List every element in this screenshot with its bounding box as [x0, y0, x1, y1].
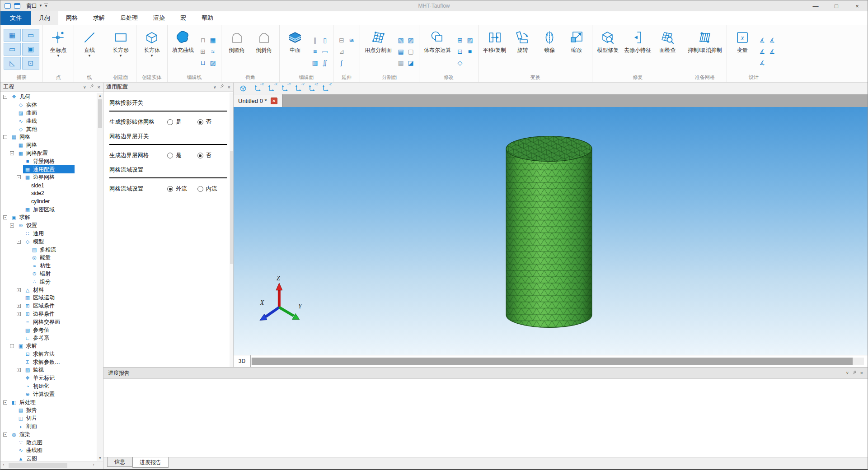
radio-option[interactable]: 是 — [167, 152, 197, 159]
chamfer-button[interactable]: 倒斜角 — [252, 28, 276, 55]
midsurface-button[interactable]: 中面 — [283, 28, 307, 55]
snap-center-toggle[interactable]: ⊡ — [22, 57, 39, 70]
panel-close-icon[interactable]: × — [860, 370, 863, 376]
edit-line-tool-icon[interactable]: ▦ — [210, 37, 216, 43]
split-face-tool-icon[interactable]: ▤ — [398, 48, 404, 55]
tree-item[interactable]: ◎能量 — [0, 254, 103, 262]
toolbar-overflow-icon[interactable]: ▼ — [44, 4, 48, 8]
tree-item[interactable]: ◇实体 — [0, 101, 103, 109]
tree-item[interactable]: -◧后处理 — [0, 398, 103, 406]
split-face-tool-icon[interactable]: ◪ — [408, 60, 413, 66]
split-face-tool-icon[interactable]: ▦ — [398, 60, 404, 66]
tree-item[interactable]: ◇其他 — [0, 125, 103, 133]
edit-face-tool-icon[interactable]: ▭ — [322, 48, 328, 55]
snap-endpoint-toggle[interactable]: ▭ — [22, 29, 39, 42]
view-minus-z-button[interactable]: -Z — [322, 85, 328, 92]
menu-macro[interactable]: 宏 — [173, 11, 194, 25]
box-button[interactable]: 长方体 ▼ — [140, 28, 164, 58]
fill-curve-button[interactable]: 填充曲线 — [171, 28, 195, 55]
tree-item[interactable]: ◗剖面 — [0, 423, 103, 431]
scrollbar-thumb[interactable] — [98, 99, 102, 128]
collapse-toggle-icon[interactable]: - — [3, 95, 7, 99]
radio-option[interactable]: 内流 — [197, 185, 228, 193]
menu-solve[interactable]: 求解 — [85, 11, 113, 25]
tree-horizontal-scrollbar[interactable]: ‹ › — [0, 461, 103, 469]
panel-close-icon[interactable]: × — [98, 84, 100, 90]
viewport-canvas[interactable]: Z X Y — [234, 107, 868, 355]
tree-item[interactable]: ▤多相流 — [0, 246, 103, 254]
face-check-button[interactable]: 面检查 — [655, 28, 680, 55]
edit-face-tool-icon[interactable]: ∬ — [322, 60, 327, 66]
radio-button[interactable] — [197, 119, 203, 125]
config-scrollbar[interactable] — [230, 93, 233, 367]
model-repair-button[interactable]: 模型修复 — [596, 28, 620, 55]
extend-tool-icon[interactable]: ≋ — [349, 37, 354, 43]
collapse-toggle-icon[interactable]: - — [3, 215, 7, 219]
tree-vertical-scrollbar[interactable]: ▲ ▼ — [97, 93, 103, 461]
tree-item[interactable]: -▣求解 — [0, 214, 103, 222]
tree-item[interactable]: +⊞区域条件 — [0, 302, 103, 310]
window-menu[interactable]: 窗口 ▼ ▼ — [26, 2, 48, 10]
boolean-operation-button[interactable]: 体布尔运算 — [422, 28, 452, 55]
panel-collapse-icon[interactable]: ∨ — [213, 85, 216, 89]
modify-tool-icon[interactable]: ⊡ — [457, 48, 463, 55]
close-button[interactable]: × — [847, 0, 868, 11]
pin-icon[interactable] — [853, 371, 857, 376]
edit-line-tool-icon[interactable]: ⊞ — [200, 48, 206, 55]
tree-item[interactable]: ▤报告 — [0, 406, 103, 414]
collapse-toggle-icon[interactable]: - — [10, 151, 14, 155]
snap-arc-toggle[interactable]: ◺ — [4, 57, 21, 70]
measure-tool-icon[interactable]: ∡ — [759, 60, 765, 66]
tree-item[interactable]: ⊡求解方法 — [0, 350, 103, 358]
split-face-tool-icon[interactable]: ▧ — [398, 37, 404, 43]
coordinate-point-button[interactable]: 坐标点 ▼ — [46, 28, 70, 58]
modify-tool-icon[interactable]: ▨ — [467, 37, 473, 43]
edit-face-tool-icon[interactable]: ▯ — [323, 37, 327, 43]
modify-tool-icon[interactable]: ⊞ — [457, 37, 463, 43]
pin-icon[interactable] — [90, 84, 94, 89]
edit-line-tool-icon[interactable]: ⊓ — [201, 37, 206, 43]
tree-item[interactable]: ▦通用配置 — [0, 165, 103, 173]
tree-item[interactable]: cylinder — [0, 197, 103, 205]
tree-item[interactable]: -◍渲染 — [0, 430, 103, 438]
fillet-button[interactable]: 倒圆角 — [225, 28, 249, 55]
view-plus-x-button[interactable]: +X — [254, 85, 261, 92]
collapse-toggle-icon[interactable]: - — [10, 223, 14, 228]
translate-copy-button[interactable]: 平移/复制 — [482, 28, 507, 55]
panel-collapse-icon[interactable]: ∨ — [83, 85, 86, 89]
isometric-view-button[interactable] — [239, 84, 247, 93]
tree-item[interactable]: ▲云图 — [0, 455, 103, 461]
edit-line-tool-icon[interactable]: ▨ — [210, 60, 216, 66]
snap-vertex-toggle[interactable]: ▣ — [22, 43, 39, 56]
collapse-toggle-icon[interactable]: - — [10, 344, 14, 348]
split-by-points-button[interactable]: 用点分割面 — [363, 28, 393, 55]
tree-item[interactable]: -◇模型 — [0, 237, 103, 246]
tree-item[interactable]: ▦网格 — [0, 141, 103, 149]
tree-item[interactable]: -▦网格配置 — [0, 149, 103, 158]
tree-item[interactable]: -▦边界网格 — [0, 173, 103, 181]
edit-line-tool-icon[interactable]: ⊔ — [201, 60, 206, 66]
tree-item[interactable]: ⊙辐射 — [0, 270, 103, 278]
radio-button[interactable] — [167, 153, 173, 158]
extend-tool-icon[interactable]: ⊿ — [339, 48, 344, 55]
extend-tool-icon[interactable]: ∫ — [341, 60, 343, 66]
tree-item[interactable]: ∿曲线 — [0, 117, 103, 125]
panel-close-icon[interactable]: × — [228, 84, 230, 90]
edit-face-tool-icon[interactable]: ∥ — [314, 37, 317, 43]
edit-face-tool-icon[interactable]: ≡ — [313, 48, 317, 55]
maximize-button[interactable]: □ — [826, 0, 847, 11]
expand-toggle-icon[interactable]: + — [17, 288, 21, 292]
measure-tool-icon[interactable]: ∡ — [769, 48, 775, 55]
edit-face-tool-icon[interactable]: ▥ — [312, 60, 318, 66]
view-minus-x-button[interactable]: -X — [267, 85, 274, 92]
measure-tool-icon[interactable]: ∡ — [759, 37, 765, 43]
expand-toggle-icon[interactable]: + — [17, 304, 21, 308]
scroll-down-icon[interactable]: ▼ — [97, 456, 103, 461]
minimize-button[interactable]: — — [805, 0, 826, 11]
tree-item[interactable]: ■背景网格 — [0, 157, 103, 165]
modify-tool-icon[interactable]: ■ — [468, 48, 472, 55]
radio-button[interactable] — [197, 153, 203, 158]
collapse-toggle-icon[interactable]: - — [17, 175, 21, 179]
radio-option[interactable]: 是 — [167, 118, 197, 126]
radio-button[interactable] — [167, 119, 173, 125]
